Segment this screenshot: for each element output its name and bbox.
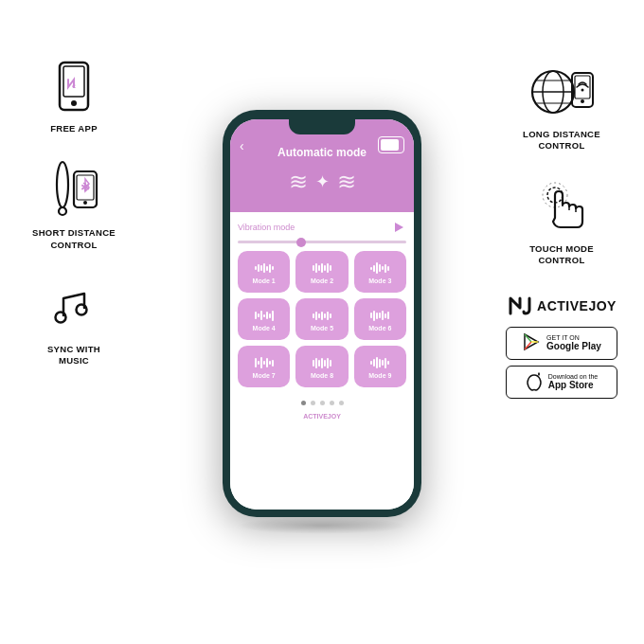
slider-thumb[interactable] [296, 238, 306, 247]
brand-logo: ACTIVEJOY [507, 295, 617, 317]
feature-long-distance: LONG DISTANCECONTROL [519, 57, 604, 152]
mode-2-wave [299, 261, 344, 275]
mode-7-wave [242, 356, 286, 369]
brand-name: ACTIVEJOY [537, 298, 617, 313]
mode-1-label: Mode 1 [253, 277, 276, 284]
touch-mode-label: TOUCH MODECONTROL [529, 243, 594, 267]
mode-5-wave [299, 309, 344, 322]
svg-point-2 [71, 100, 77, 106]
play-button[interactable] [391, 220, 406, 235]
svg-point-4 [57, 162, 68, 207]
google-play-button[interactable]: GET IT ON Google Play [506, 327, 617, 360]
mode-button-7[interactable]: Mode 7 [238, 346, 290, 387]
feature-sync-music: SYNC WITHMUSIC [44, 277, 104, 367]
svg-marker-12 [395, 223, 403, 232]
svg-point-10 [56, 313, 66, 323]
mode-button-1[interactable]: Mode 1 [238, 251, 290, 293]
app-store-text: Download on the App Store [548, 373, 599, 391]
mode-button-5[interactable]: Mode 5 [295, 298, 348, 340]
app-title: Automatic mode [277, 146, 367, 159]
mode-grid: Mode 1 Mode 2 [238, 251, 406, 387]
mode-8-wave [299, 356, 344, 369]
mode-3-label: Mode 3 [368, 277, 391, 284]
dot-4[interactable] [330, 401, 334, 405]
mode-1-wave [242, 261, 286, 275]
vibration-mode-row: Vibration mode [238, 220, 406, 235]
mode-button-2[interactable]: Mode 2 [295, 251, 348, 293]
dot-5[interactable] [339, 401, 344, 405]
mode-button-6[interactable]: Mode 6 [354, 298, 406, 340]
mode-4-wave [242, 309, 286, 322]
dot-2[interactable] [311, 401, 315, 405]
long-distance-label: LONG DISTANCECONTROL [523, 129, 600, 152]
brand-section: ACTIVEJOY GET IT ON Google Play [506, 295, 617, 399]
slider-track[interactable] [238, 241, 406, 243]
mode-3-wave [358, 261, 402, 275]
phone-shadow [237, 517, 407, 534]
mode-8-label: Mode 8 [311, 372, 333, 379]
svg-point-21 [581, 89, 583, 92]
app-store-button[interactable]: Download on the App Store [506, 366, 617, 399]
dot-1[interactable] [301, 401, 306, 405]
phone-brand-label: ACTIVEJOY [238, 413, 406, 420]
svg-point-8 [83, 201, 87, 205]
slider-row[interactable] [238, 241, 406, 243]
vibration-animation: ≋ ✦ ≋ [289, 169, 356, 195]
mode-button-8[interactable]: Mode 8 [295, 346, 348, 387]
feature-short-distance: ✱ SHORT DISTANCECONTROL [32, 161, 116, 251]
dot-3[interactable] [320, 401, 325, 405]
phone-mockup: ‹ 93% Automatic mode ≋ ✦ ≋ Vibrati [223, 110, 421, 534]
app-body: Vibration mode [230, 212, 414, 510]
sync-music-icon [44, 277, 104, 338]
feature-touch-mode: TOUCH MODECONTROL [519, 171, 604, 267]
mode-9-label: Mode 9 [368, 372, 391, 379]
short-distance-icon: ✱ [44, 161, 104, 222]
mode-button-3[interactable]: Mode 3 [354, 251, 406, 293]
back-button[interactable]: ‹ [240, 138, 244, 153]
sync-music-label: SYNC WITHMUSIC [47, 344, 100, 367]
svg-point-20 [581, 99, 584, 103]
svg-point-5 [59, 207, 66, 215]
free-app-icon: ꜀ [44, 57, 104, 117]
google-play-text: GET IT ON Google Play [546, 334, 601, 352]
pagination-dots [238, 395, 406, 411]
svg-point-11 [77, 305, 87, 315]
vibration-mode-label: Vibration mode [238, 223, 295, 232]
touch-mode-icon [519, 171, 604, 238]
right-features: LONG DISTANCECONTROL TOUCH MODECONTROL [491, 57, 633, 399]
mode-9-wave [358, 356, 402, 369]
phone-body: ‹ 93% Automatic mode ≋ ✦ ≋ Vibrati [223, 110, 421, 517]
google-play-icon [522, 332, 541, 355]
feature-free-app: ꜀ FREE APP [44, 57, 104, 134]
phone-screen: ‹ 93% Automatic mode ≋ ✦ ≋ Vibrati [230, 119, 414, 510]
mode-6-label: Mode 6 [368, 325, 391, 331]
battery-indicator: 93% [378, 136, 404, 153]
phone-notch [289, 119, 355, 134]
apple-icon [526, 371, 543, 394]
mode-6-wave [358, 309, 402, 322]
long-distance-icon [519, 57, 604, 123]
mode-5-label: Mode 5 [311, 325, 333, 331]
mode-button-4[interactable]: Mode 4 [238, 298, 290, 340]
mode-button-9[interactable]: Mode 9 [354, 346, 406, 387]
main-container: ꜀ FREE APP ✱ [0, 0, 644, 644]
free-app-label: FREE APP [50, 123, 98, 134]
mode-4-label: Mode 4 [253, 325, 276, 331]
mode-7-label: Mode 7 [253, 372, 276, 379]
mode-2-label: Mode 2 [311, 277, 333, 284]
left-features: ꜀ FREE APP ✱ [17, 57, 131, 367]
short-distance-label: SHORT DISTANCECONTROL [32, 227, 116, 251]
